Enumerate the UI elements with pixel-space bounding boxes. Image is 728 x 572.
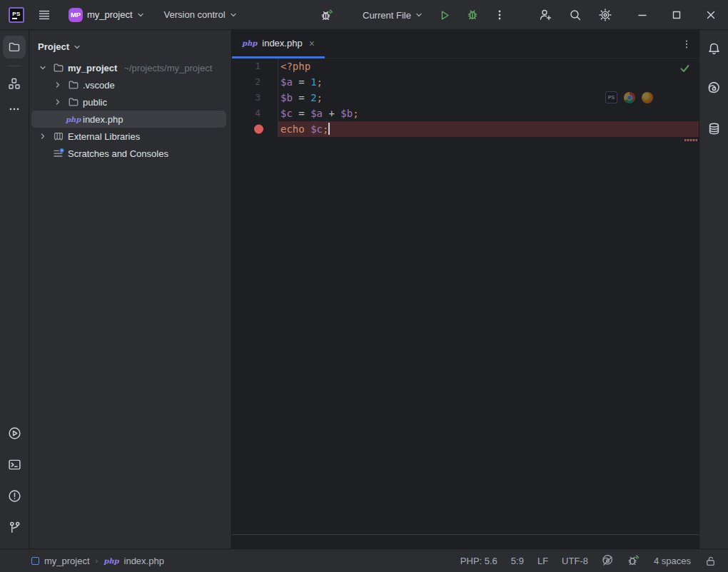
phpstorm-preview-icon[interactable]: PS [605, 91, 617, 103]
settings-gear-icon[interactable] [597, 6, 614, 24]
code-with-me-button[interactable] [537, 6, 554, 24]
maximize-button[interactable] [668, 6, 685, 24]
version-control-toolwindow-button[interactable] [3, 516, 26, 538]
unlock-icon[interactable] [704, 555, 717, 567]
chevron-right-icon [54, 98, 61, 106]
project-toolwindow-button[interactable] [3, 36, 26, 58]
tree-item-my-project[interactable]: my_project~/projects/my_project [31, 59, 226, 76]
php-debug-listen-button[interactable] [318, 6, 335, 24]
version-control-widget[interactable]: Version control [160, 6, 241, 24]
chrome-icon[interactable] [624, 92, 635, 103]
chevron-down-icon [415, 11, 423, 19]
firefox-icon[interactable] [642, 92, 653, 103]
more-actions-kebab[interactable] [491, 6, 508, 24]
php-icon: php [67, 116, 79, 123]
code-line-5[interactable]: echo $c; [232, 121, 699, 137]
tree-item-external-libraries[interactable]: External Libraries [31, 128, 226, 145]
line-number[interactable]: 4 [232, 106, 278, 121]
folder-icon [67, 96, 79, 108]
line-number[interactable]: 2 [232, 74, 278, 90]
open-in-browser-widget: PS [605, 91, 653, 103]
tree-expand-chevron[interactable] [52, 98, 64, 106]
breakpoint-icon[interactable] [254, 125, 263, 134]
main-menu-button[interactable] [36, 6, 53, 24]
encoding-widget[interactable]: UTF-8 [562, 556, 588, 566]
run-configuration-selector[interactable]: Current File [358, 6, 427, 24]
terminal-toolwindow-button[interactable] [3, 453, 26, 476]
code-editor[interactable]: 1<?php2$a = 1;3$b = 2;4$c = $a + $b;echo… [232, 58, 699, 534]
phpstorm-window: PS MP my_project Version control [0, 0, 728, 572]
database-toolwindow-button[interactable] [702, 117, 725, 140]
tree-item-label: index.php [83, 114, 123, 125]
search-everywhere-button[interactable] [567, 6, 584, 24]
project-panel-title: Project [38, 41, 69, 52]
breakpoint-gutter[interactable] [232, 121, 278, 137]
indent-widget[interactable]: 4 spaces [654, 556, 691, 566]
error-stripe-mark [684, 139, 697, 141]
run-button[interactable] [437, 6, 454, 24]
code-text: <?php [278, 58, 699, 74]
line-number[interactable]: 1 [232, 58, 278, 74]
version-control-label: Version control [164, 9, 226, 20]
notifications-bell-button[interactable] [702, 37, 725, 60]
breadcrumb-file[interactable]: php index.php [103, 556, 164, 566]
tree-item-path: ~/projects/my_project [123, 63, 212, 73]
php-file-icon: php [66, 116, 81, 123]
more-toolwindows-button[interactable] [3, 98, 26, 121]
tree-item-scratches-and-consoles[interactable]: Scratches and Consoles [31, 145, 226, 162]
php-version-widget[interactable]: PHP: 5.6 [460, 556, 497, 566]
project-icon [31, 557, 39, 565]
project-widget[interactable]: MP my_project [64, 4, 148, 26]
tree-expand-chevron[interactable] [37, 64, 49, 71]
chevron-right-icon [54, 81, 61, 88]
run-configuration-label: Current File [363, 10, 411, 21]
code-text: echo $c; [278, 121, 699, 137]
library-icon [52, 131, 64, 142]
tab-index-php[interactable]: php index.php × [232, 30, 325, 58]
project-avatar: MP [69, 8, 83, 22]
scratches-icon [53, 148, 64, 159]
folder-icon [53, 62, 64, 73]
folder-icon [68, 79, 79, 91]
chevron-right-icon [39, 133, 46, 140]
inspections-ok-checkmark-icon[interactable] [679, 63, 690, 73]
status-bar: my_project › php index.php PHP: 5.6 5:9 … [0, 548, 728, 572]
caret-position-widget[interactable]: 5:9 [511, 556, 524, 566]
folder-icon [52, 62, 64, 73]
code-line-2[interactable]: 2$a = 1; [232, 74, 699, 90]
ai-assistant-disabled-icon[interactable] [602, 555, 614, 567]
chevron-down-icon [137, 11, 144, 19]
tree-item-public[interactable]: public [31, 93, 226, 111]
php-file-icon: php [103, 557, 118, 565]
tree-item-label: my_project [68, 63, 117, 73]
problems-toolwindow-button[interactable] [3, 484, 26, 507]
text-caret [328, 123, 330, 135]
editor-area: php index.php × 1<?php2$a = 1;3$b = 2;4$… [231, 30, 699, 548]
tree-item--vscode[interactable]: .vscode [31, 76, 226, 93]
project-tree: my_project~/projects/my_project.vscodepu… [29, 59, 231, 162]
tree-item-label: public [83, 97, 107, 108]
phpstorm-logo-icon: PS [9, 7, 24, 23]
run-toolwindow-button[interactable] [3, 422, 26, 444]
ai-assistant-button[interactable] [702, 77, 725, 100]
minimize-button[interactable] [634, 6, 651, 24]
code-line-4[interactable]: 4$c = $a + $b; [232, 106, 699, 121]
structure-toolwindow-button[interactable] [3, 72, 26, 95]
project-widget-label: my_project [87, 9, 133, 20]
debug-button[interactable] [464, 6, 481, 24]
close-button[interactable] [702, 6, 719, 24]
tree-expand-chevron[interactable] [37, 133, 49, 140]
tree-item-index-php[interactable]: phpindex.php [31, 111, 226, 128]
code-line-1[interactable]: 1<?php [232, 58, 699, 74]
php-debug-listen-status-icon[interactable] [627, 554, 640, 567]
tree-expand-chevron[interactable] [52, 81, 64, 88]
folder-icon [67, 79, 79, 91]
tab-close-icon[interactable]: × [308, 37, 316, 50]
php-file-icon: php [242, 39, 257, 47]
tab-options-kebab[interactable] [674, 30, 699, 58]
project-panel: Project my_project~/projects/my_project.… [29, 30, 231, 548]
project-panel-header[interactable]: Project [29, 37, 231, 59]
line-separator-widget[interactable]: LF [537, 556, 548, 566]
line-number[interactable]: 3 [232, 90, 278, 106]
breadcrumb-project[interactable]: my_project [31, 556, 90, 566]
